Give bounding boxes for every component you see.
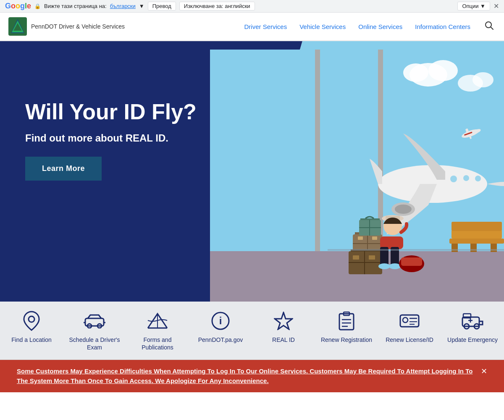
forms-icon: [147, 310, 168, 332]
main-nav: Driver Services Vehicle Services Online …: [244, 19, 496, 34]
find-location-label: Find a Location: [11, 336, 52, 344]
penndot-logo-icon: [8, 17, 27, 36]
schedule-exam-label: Schedule a Driver's Exam: [65, 336, 124, 351]
hero-title: Will Your ID Fly?: [25, 100, 197, 124]
quick-link-emergency[interactable]: Update Emergency: [443, 310, 502, 344]
svg-point-22: [395, 205, 412, 214]
hero-banner: Will Your ID Fly? Find out more about RE…: [0, 41, 504, 302]
info-icon: i: [210, 310, 231, 332]
nav-driver-services[interactable]: Driver Services: [244, 23, 287, 30]
site-logo[interactable]: PennDOT Driver & Vehicle Services: [8, 17, 125, 36]
svg-point-82: [403, 318, 408, 323]
hero-content: Will Your ID Fly? Find out more about RE…: [25, 100, 197, 181]
star-icon: [273, 310, 294, 332]
clipboard-icon: [336, 310, 357, 332]
quick-link-penndot[interactable]: i PennDOT.pa.gov: [191, 310, 250, 344]
nav-vehicle-services[interactable]: Vehicle Services: [299, 23, 346, 30]
svg-rect-28: [452, 230, 502, 239]
svg-point-24: [463, 175, 469, 181]
options-button[interactable]: Опции ▼: [457, 2, 490, 10]
google-logo: Google: [5, 2, 31, 10]
update-emergency-label: Update Emergency: [447, 336, 498, 344]
ambulance-icon: [462, 310, 483, 332]
learn-more-button[interactable]: Learn More: [25, 157, 102, 181]
svg-rect-8: [315, 50, 320, 251]
svg-marker-75: [275, 312, 292, 329]
quick-link-renew-registration[interactable]: Renew Registration: [317, 310, 376, 344]
renew-registration-label: Renew Registration: [321, 336, 372, 344]
alert-text[interactable]: Some Customers May Experience Difficulti…: [17, 367, 476, 386]
svg-rect-76: [339, 314, 354, 330]
svg-point-12: [403, 63, 428, 82]
svg-line-5: [491, 27, 493, 29]
svg-point-60: [378, 263, 390, 269]
quick-links-bar: Find a Location Schedule a Driver's Exam: [0, 302, 504, 360]
dropdown-arrow: ▼: [139, 3, 144, 9]
svg-point-14: [472, 72, 494, 87]
svg-point-65: [29, 316, 34, 322]
svg-point-23: [450, 176, 457, 182]
real-id-label: REAL ID: [272, 336, 295, 344]
search-icon: [485, 21, 494, 30]
forms-label: Forms and Publications: [128, 336, 187, 351]
translate-bar: Google 🔒 Вижте тази страница на: българс…: [0, 0, 504, 13]
svg-point-26: [487, 177, 492, 182]
alert-close-button[interactable]: ✕: [481, 368, 487, 375]
quick-link-forms[interactable]: Forms and Publications: [128, 310, 187, 351]
translate-button[interactable]: Превод: [148, 2, 176, 10]
id-card-icon: [399, 310, 420, 332]
svg-rect-49: [369, 255, 375, 260]
translate-bar-text: Вижте тази страница на:: [44, 3, 107, 9]
close-translate-button[interactable]: ✕: [494, 2, 499, 10]
quick-link-schedule-exam[interactable]: Schedule a Driver's Exam: [65, 310, 124, 351]
svg-point-61: [389, 263, 401, 269]
svg-rect-42: [358, 236, 363, 240]
airport-illustration: [210, 50, 504, 302]
svg-point-11: [428, 60, 458, 81]
svg-rect-64: [328, 249, 504, 251]
quick-link-renew-license[interactable]: Renew License/ID: [380, 310, 439, 344]
nav-information-centers[interactable]: Information Centers: [415, 23, 470, 30]
renew-license-label: Renew License/ID: [386, 336, 433, 344]
nav-online-services[interactable]: Online Services: [358, 23, 402, 30]
svg-point-25: [475, 176, 481, 181]
car-icon: [84, 310, 105, 332]
quick-link-real-id[interactable]: REAL ID: [254, 310, 313, 344]
svg-rect-32: [452, 222, 502, 231]
hero-subtitle: Find out more about REAL ID.: [25, 132, 197, 144]
svg-rect-48: [353, 255, 359, 260]
location-icon: [21, 310, 42, 332]
alert-banner: Some Customers May Experience Difficulti…: [0, 360, 504, 392]
search-button[interactable]: [483, 19, 496, 34]
svg-rect-43: [372, 236, 377, 240]
svg-rect-63: [401, 257, 422, 266]
penndot-gov-label: PennDOT.pa.gov: [198, 336, 243, 344]
exclude-button[interactable]: Изключване за: английски: [179, 2, 255, 10]
site-header: PennDOT Driver & Vehicle Services Driver…: [0, 13, 504, 41]
logo-text: PennDOT Driver & Vehicle Services: [31, 23, 125, 30]
svg-text:i: i: [219, 315, 222, 326]
language-link[interactable]: български: [110, 3, 136, 9]
quick-link-find-location[interactable]: Find a Location: [2, 310, 61, 344]
lock-icon: 🔒: [34, 3, 41, 9]
svg-rect-27: [449, 239, 504, 244]
